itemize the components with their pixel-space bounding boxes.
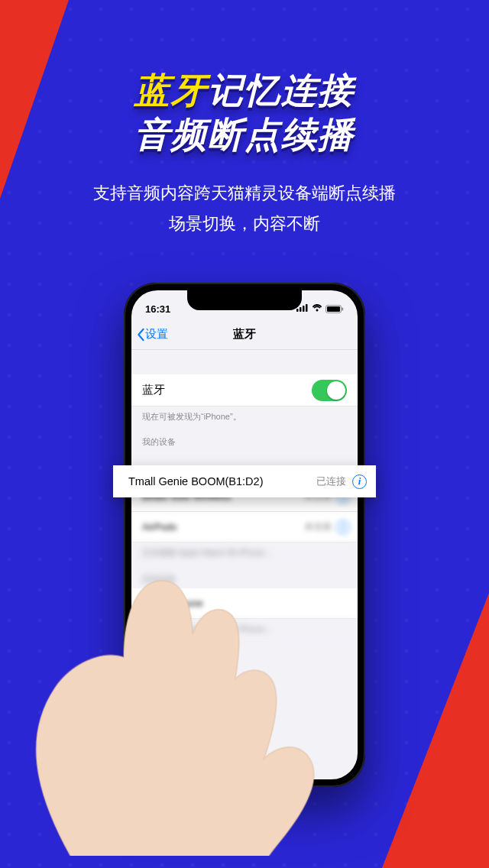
bluetooth-label: 蓝牙 xyxy=(142,383,165,397)
device-status: 已连接 xyxy=(316,474,346,488)
headline-rest-2: 断点续播 xyxy=(208,115,355,154)
other-device-row[interactable]: Mobile Phone xyxy=(131,588,358,619)
status-time: 16:31 xyxy=(145,303,170,315)
headline-accent-1: 蓝牙 xyxy=(134,70,208,110)
svg-rect-1 xyxy=(300,307,302,312)
bluetooth-toggle[interactable] xyxy=(312,380,347,401)
info-icon[interactable]: i xyxy=(336,520,350,534)
device-name: AirPods xyxy=(142,521,304,533)
svg-rect-5 xyxy=(327,306,340,312)
other-footnote: 正在搜索 Apple Watch 和 iPhone… xyxy=(131,542,358,563)
svg-rect-0 xyxy=(296,309,299,312)
info-icon[interactable]: i xyxy=(352,474,367,489)
headline-accent-2: 音频 xyxy=(134,115,208,154)
phone-notch xyxy=(187,290,302,310)
phone-mockup: 16:31 设置 蓝牙 xyxy=(124,283,365,787)
wifi-icon xyxy=(312,303,322,314)
discoverable-note: 现在可被发现为“iPhone”。 xyxy=(131,406,358,423)
other-devices-header: 其他设备 xyxy=(131,563,358,588)
promo-subline-1: 支持音频内容跨天猫精灵设备端断点续播 xyxy=(0,178,489,209)
highlighted-device-row[interactable]: Tmall Genie BOOM(B1:D2) 已连接 i xyxy=(113,465,376,497)
device-name: Mobile Phone xyxy=(142,598,350,609)
device-row[interactable]: AirPods 未连接 i xyxy=(131,512,358,542)
svg-rect-2 xyxy=(303,306,305,312)
headline-rest-1: 记忆连接 xyxy=(208,70,355,110)
other-footnote-2: 正在搜索 Apple Watch 和 iPhone… xyxy=(131,619,358,640)
device-status: 未连接 xyxy=(304,520,332,533)
battery-icon xyxy=(325,305,344,313)
nav-bar: 设置 蓝牙 xyxy=(131,319,358,350)
bluetooth-toggle-row[interactable]: 蓝牙 xyxy=(131,374,358,406)
svg-rect-6 xyxy=(342,307,344,310)
my-devices-header: 我的设备 xyxy=(131,423,358,451)
device-name: Tmall Genie BOOM(B1:D2) xyxy=(128,475,316,487)
nav-title: 蓝牙 xyxy=(131,327,358,342)
promo-headline: 蓝牙记忆连接 音频断点续播 xyxy=(0,69,489,157)
promo-subline-2: 场景切换，内容不断 xyxy=(0,209,489,239)
svg-rect-3 xyxy=(306,304,308,312)
